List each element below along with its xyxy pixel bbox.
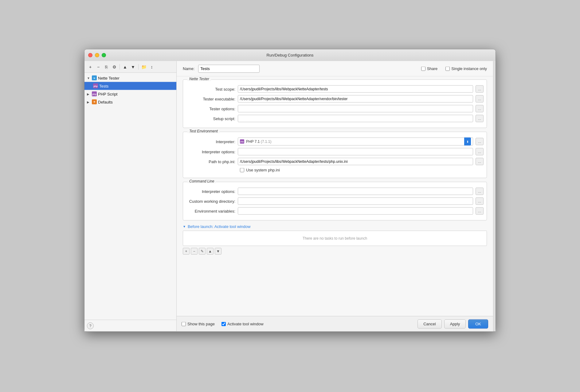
env-variables-input[interactable] — [238, 207, 473, 215]
tasks-toolbar: + − ✎ ▲ ▼ — [183, 247, 487, 255]
tester-executable-browse-button[interactable]: … — [476, 95, 484, 103]
activate-window-wrap: Activate tool window — [221, 322, 264, 326]
command-line-section-content: Interpreter options: … Custom working di… — [183, 182, 487, 220]
activate-window-label: Activate tool window — [227, 322, 264, 326]
tasks-placeholder: There are no tasks to run before launch — [303, 236, 367, 241]
env-variables-label: Environment variables: — [186, 209, 235, 213]
interpreter-row: Interpreter: php PHP 7.1 (7.1.1) ⬍ … — [186, 138, 484, 146]
setup-script-browse-button[interactable]: … — [476, 115, 484, 122]
tests-label: Tests — [99, 84, 108, 88]
phpini-path-input[interactable] — [238, 158, 473, 165]
sort-button[interactable]: ↕ — [148, 63, 155, 70]
before-launch-header: ▼ Before launch: Activate tool window — [183, 224, 487, 229]
interpreter-options-browse-button[interactable]: … — [476, 148, 484, 155]
php-script-icon: php — [92, 92, 97, 96]
tester-executable-input[interactable] — [238, 95, 473, 103]
custom-working-dir-label: Custom working directory: — [186, 199, 235, 203]
nette-tester-section-content: Test scope: … Tester executable: … T — [183, 80, 487, 128]
test-scope-input[interactable] — [238, 85, 473, 93]
folder-button[interactable]: 📁 — [140, 63, 147, 70]
custom-working-dir-browse-button[interactable]: … — [476, 198, 484, 205]
help-button[interactable]: ? — [87, 322, 94, 329]
share-row: Share Single instance only — [421, 66, 487, 71]
right-edge-bar — [493, 61, 496, 331]
test-scope-label: Test scope: — [186, 87, 235, 91]
expand-arrow-nette-tester: ▼ — [87, 76, 91, 80]
tasks-remove-button[interactable]: − — [191, 248, 198, 255]
interpreter-options-row: Interpreter options: … — [186, 148, 484, 155]
share-checkbox-wrap: Share — [421, 66, 438, 71]
setup-script-input[interactable] — [238, 115, 473, 122]
left-toolbar: + − ⎘ ⚙ ▲ ▼ 📁 ↕ — [84, 61, 176, 73]
env-variables-browse-button[interactable]: … — [476, 207, 484, 215]
tester-options-input[interactable] — [238, 105, 473, 112]
expand-arrow-php-script: ▶ — [87, 92, 91, 96]
interpreter-label: Interpreter: — [186, 139, 235, 144]
test-scope-browse-button[interactable]: … — [476, 85, 484, 93]
cmdline-interpreter-options-browse-button[interactable]: … — [476, 188, 484, 195]
phpini-path-browse-button[interactable]: … — [476, 158, 484, 165]
single-instance-checkbox-wrap: Single instance only — [445, 66, 487, 71]
left-panel: + − ⎘ ⚙ ▲ ▼ 📁 ↕ ▼ N Nette Teste — [84, 61, 177, 331]
custom-working-dir-row: Custom working directory: … — [186, 198, 484, 205]
php-script-label: PHP Script — [98, 92, 117, 96]
interpreter-version: (7.1.1) — [261, 139, 272, 144]
ok-button[interactable]: OK — [468, 319, 488, 328]
tasks-move-up-button[interactable]: ▲ — [207, 248, 214, 255]
cancel-button[interactable]: Cancel — [417, 319, 441, 328]
sidebar-item-tests[interactable]: php Tests — [84, 82, 176, 90]
share-checkbox[interactable] — [421, 66, 425, 71]
move-down-button[interactable]: ▼ — [130, 63, 136, 70]
test-environment-section: Test Environment Interpreter: php PHP 7.… — [183, 132, 487, 178]
configuration-tree: ▼ N Nette Tester php Tests ▶ — [84, 73, 176, 320]
name-input[interactable] — [198, 65, 260, 73]
custom-working-dir-input[interactable] — [238, 198, 473, 205]
nette-tester-icon: N — [92, 76, 97, 80]
close-button[interactable] — [88, 53, 92, 57]
configuration-header: Name: Share Single instance only — [177, 61, 493, 76]
nette-tester-section: Nette Tester Test scope: … Tester execut… — [183, 80, 487, 128]
tester-executable-row: Tester executable: … — [186, 95, 484, 103]
show-page-label: Show this page — [187, 322, 215, 326]
add-configuration-button[interactable]: + — [87, 63, 94, 70]
maximize-button[interactable] — [102, 53, 106, 57]
command-line-section: Command Line Interpreter options: … Cust… — [183, 182, 487, 221]
toolbar-separator — [120, 64, 120, 69]
interpreter-browse-button[interactable]: … — [476, 138, 484, 145]
remove-configuration-button[interactable]: − — [95, 63, 102, 70]
interpreter-dropdown-arrow[interactable]: ⬍ — [464, 138, 471, 146]
single-instance-checkbox[interactable] — [445, 66, 450, 71]
nette-tester-label: Nette Tester — [98, 76, 120, 80]
activate-window-checkbox[interactable] — [221, 322, 226, 326]
right-scrollable-content: Nette Tester Test scope: … Tester execut… — [177, 76, 493, 316]
tester-options-row: Tester options: … — [186, 105, 484, 112]
minimize-button[interactable] — [95, 53, 99, 57]
expand-arrow-defaults: ▶ — [87, 100, 91, 104]
left-bottom-bar: ? — [84, 320, 176, 331]
command-line-section-title: Command Line — [187, 179, 216, 183]
use-system-phpini-checkbox[interactable] — [240, 168, 244, 172]
footer-buttons: Cancel Apply OK — [417, 319, 488, 328]
interpreter-options-label: Interpreter options: — [186, 149, 235, 154]
show-page-checkbox[interactable] — [182, 322, 186, 326]
settings-button[interactable]: ⚙ — [111, 63, 118, 70]
copy-configuration-button[interactable]: ⎘ — [103, 63, 110, 70]
single-instance-label: Single instance only — [451, 66, 487, 71]
before-launch-collapse-arrow[interactable]: ▼ — [183, 225, 186, 228]
run-debug-configurations-dialog: Run/Debug Configurations + − ⎘ ⚙ ▲ ▼ 📁 ↕ — [84, 49, 496, 332]
interpreter-select[interactable]: php PHP 7.1 (7.1.1) ⬍ — [238, 138, 473, 146]
sidebar-item-nette-tester[interactable]: ▼ N Nette Tester — [84, 74, 176, 82]
cmdline-interpreter-options-input[interactable] — [238, 188, 473, 195]
use-system-phpini-row: Use system php.ini — [186, 168, 484, 172]
interpreter-text: PHP 7.1 (7.1.1) — [246, 139, 272, 144]
move-up-button[interactable]: ▲ — [122, 63, 128, 70]
tasks-add-button[interactable]: + — [183, 248, 190, 255]
apply-button[interactable]: Apply — [444, 319, 466, 328]
tester-options-browse-button[interactable]: … — [476, 105, 484, 112]
before-launch-section: ▼ Before launch: Activate tool window Th… — [183, 224, 487, 255]
interpreter-options-input[interactable] — [238, 148, 473, 155]
sidebar-item-php-script[interactable]: ▶ php PHP Script — [84, 90, 176, 98]
tasks-edit-button[interactable]: ✎ — [199, 248, 206, 255]
sidebar-item-defaults[interactable]: ▶ ⚙ Defaults — [84, 98, 176, 106]
tasks-move-down-button[interactable]: ▼ — [215, 248, 221, 255]
